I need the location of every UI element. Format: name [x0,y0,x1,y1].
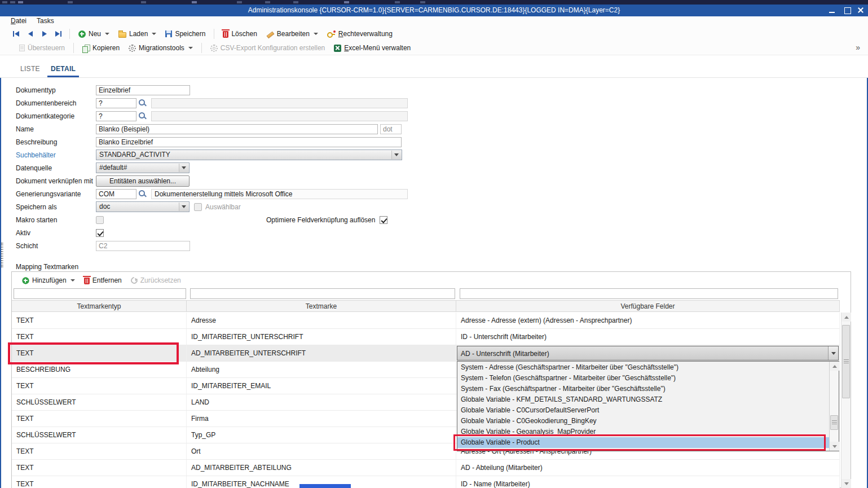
dokument-verknuepfen-label: Dokument verknüpfen mit [16,177,96,185]
minimize-button[interactable] [825,5,839,16]
chevron-down-icon[interactable] [828,346,838,360]
dropdown-option[interactable]: System - Adresse (Geschäftspartner - Mit… [457,362,829,373]
column-header-textmarke[interactable]: Textmarke [187,301,456,311]
makro-starten-checkbox[interactable] [96,216,104,224]
loeschen-button[interactable]: Löschen [218,28,261,39]
scrollbar-thumb[interactable] [842,325,850,398]
scroll-up-button[interactable] [830,362,839,371]
form-row: Generierungsvariante Dokumentenerstellun… [0,187,440,200]
chevron-down-icon[interactable] [179,164,188,172]
chevron-down-icon[interactable] [179,203,188,211]
chevron-down-icon[interactable] [105,33,109,35]
neu-label: Neu [89,30,101,38]
aktiv-checkbox[interactable] [96,229,104,237]
optimiere-feldverknuepfung-checkbox[interactable] [380,216,387,224]
entfernen-button[interactable]: Entfernen [80,275,126,286]
excel-menue-button[interactable]: Excel-Menü verwalten [329,42,415,54]
arrow-up-icon [832,365,837,368]
name-input[interactable] [96,124,378,134]
chevron-down-icon[interactable] [314,33,318,35]
generierungsvariante-input[interactable] [96,189,136,199]
dropdown-scrollbar[interactable] [829,362,839,451]
cell-textmarkentyp: BESCHREIBUNG [12,362,187,377]
arrow-down-icon [832,445,837,448]
filter-textmarkentyp-input[interactable] [14,288,186,299]
chevron-down-icon[interactable] [188,47,193,49]
table-row[interactable]: TEXT Adresse Adresse - Adresse (extern) … [12,313,840,329]
form-row: Dokumentenbereich [0,96,440,109]
scroll-down-button[interactable] [830,442,839,451]
csv-export-button: CSV-Export Konfiguration erstellen [206,42,329,54]
entitaeten-auswaehlen-button[interactable]: Entitäten auswählen... [96,175,190,187]
background-artifact [0,0,868,5]
toolbar-separator [69,29,70,39]
dropdown-option[interactable]: Globale Variable - C0Geokodierung_BingKe… [457,416,829,427]
rechteverwaltung-label: Rechteverwaltung [338,30,393,38]
previous-record-icon [28,31,33,37]
table-row[interactable]: TEXT AD_MITARBEITER_ABTEILUNG AD - Abtei… [12,460,840,476]
table-row-selected[interactable]: TEXT AD_MITARBEITER_UNTERSCHRIFT AD - Un… [12,345,840,362]
first-record-button[interactable] [9,28,23,39]
scroll-up-button[interactable] [841,313,851,322]
tab-liste[interactable]: LISTE [17,63,43,77]
next-record-button[interactable] [37,28,51,39]
dokumentenbereich-input[interactable] [96,98,136,108]
table-row[interactable]: TEXT ID_MITARBEITER_NACHNAME ID - Name (… [12,476,840,488]
speichern-als-combobox[interactable]: doc [96,201,190,212]
search-icon[interactable] [138,190,147,198]
filter-textmarke-input[interactable] [190,288,455,299]
dropdown-option[interactable]: System - Telefon (Geschäftspartner - Mit… [457,373,829,384]
table-scrollbar[interactable] [841,313,851,488]
column-header-verfuegbare-felder[interactable]: Verfügbare Felder [456,301,840,311]
dropdown-option-selected[interactable]: Globale Variable - Product [457,437,829,448]
migrationstools-label: Migrationstools [139,44,184,52]
table-row[interactable]: TEXT ID_MITARBEITER_UNTERSCHRIFT ID - Un… [12,329,840,345]
scroll-down-button[interactable] [841,479,851,488]
toolbar-overflow-button[interactable]: » [856,43,860,52]
dropdown-option[interactable]: System - Fax (Geschäftspartner - Mitarbe… [457,384,829,394]
dropdown-option[interactable]: Globale Variable - C0CursorDefaultServer… [457,405,829,416]
beschreibung-input[interactable] [96,137,402,147]
migrationstools-button[interactable]: Migrationstools [124,42,197,54]
generierungsvariante-label: Generierungsvariante [16,190,96,198]
search-icon[interactable] [138,99,147,107]
hinzufuegen-button[interactable]: Hinzufügen [17,275,80,286]
cell-textmarkentyp: SCHLÜSSELWERT [12,427,187,443]
form-row: Makro starten Optimiere Feldverknüpfung … [0,213,440,226]
dokumentkategorie-input[interactable] [96,111,136,121]
chevron-down-icon[interactable] [152,33,156,35]
verfuegbare-felder-combobox[interactable]: AD - Unterschrift (Mitarbeiter) [457,346,839,360]
scrollbar-thumb[interactable] [830,415,838,430]
column-header-textmarkentyp[interactable]: Textmarkentyp [12,301,187,311]
dropdown-option[interactable]: Globale Variable - Geoanalysis_MapProvid… [457,427,829,437]
menu-tasks[interactable]: Tasks [32,16,59,27]
rechteverwaltung-button[interactable]: Rechteverwaltung [323,28,397,39]
neu-button[interactable]: Neu [74,28,114,39]
datenquelle-combobox[interactable]: #default# [96,162,190,173]
last-record-icon [60,31,61,37]
filter-verfuegbare-felder-input[interactable] [460,288,838,299]
speichern-button[interactable]: Speichern [161,28,210,39]
dokumenttyp-input[interactable] [96,85,190,95]
chevron-down-icon[interactable] [391,151,401,159]
form-row: Schicht [0,239,440,252]
dropdown-option[interactable]: Globale Variable - KFM_DETAILS_STANDARD_… [457,394,829,405]
suchbehaelter-combobox[interactable]: STANDARD_ACTIVITY [96,150,402,160]
search-icon[interactable] [138,112,147,120]
splitter-handle[interactable] [1,243,3,267]
zuruecksetzen-label: Zurücksetzen [140,276,181,284]
menu-datei[interactable]: Datei [6,16,32,27]
tab-detail[interactable]: DETAIL [47,63,79,77]
chevron-down-icon[interactable] [71,279,75,282]
laden-button[interactable]: Laden [114,28,161,39]
aktiv-label: Aktiv [16,229,96,237]
dropdown-options: System - Adresse (Geschäftspartner - Mit… [457,362,829,448]
bearbeiten-button[interactable]: Bearbeiten [262,28,323,39]
maximize-button[interactable] [840,5,854,16]
toolbar-separator [214,29,214,39]
previous-record-button[interactable] [23,28,37,39]
close-button[interactable] [853,5,868,16]
cell-textmarkentyp: TEXT [12,460,187,476]
kopieren-button[interactable]: Kopieren [78,42,124,54]
last-record-button[interactable] [51,28,65,39]
